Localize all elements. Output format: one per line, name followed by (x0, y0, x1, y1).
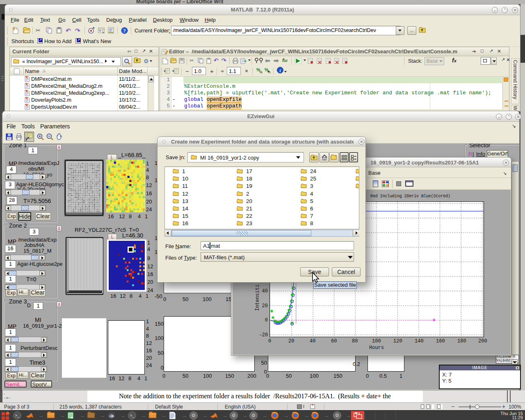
svg-text:?: ? (123, 28, 126, 34)
svg-text:*: * (335, 155, 336, 158)
svg-text:+: + (260, 70, 262, 74)
